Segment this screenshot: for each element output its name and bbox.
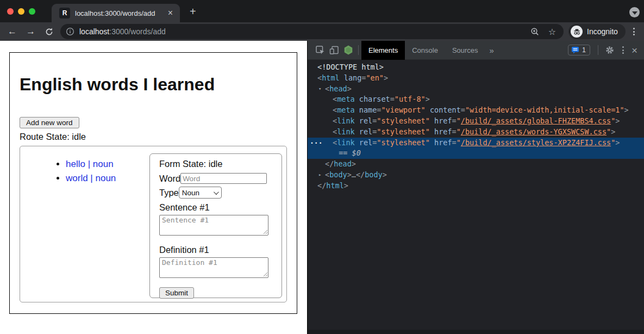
minimize-window-button[interactable] [18, 8, 24, 15]
issues-count: 1 [582, 46, 586, 54]
add-word-form: Form State: idle Word Type Noun [149, 153, 282, 298]
route-state-text: Route State: idle [20, 132, 86, 142]
new-tab-button[interactable]: + [190, 7, 196, 16]
devtools-panel: ElementsConsoleSources » 1 × <!DOCTYPE h… [307, 41, 644, 334]
back-button[interactable]: ← [8, 26, 17, 37]
dom-tree-node[interactable]: == $0 [308, 148, 644, 159]
page-info-icon[interactable] [66, 27, 74, 36]
devtools-menu-button[interactable] [622, 46, 624, 54]
node-more-actions-adorner[interactable]: ··· [310, 138, 322, 149]
expand-arrow-icon[interactable]: ▾ [318, 84, 321, 95]
message-bubble-icon [571, 46, 579, 54]
definition-textarea[interactable] [159, 257, 268, 278]
dom-tree-node[interactable]: <link rel="stylesheet" href="/build/_ass… [308, 127, 644, 138]
window-controls [7, 8, 35, 15]
tab-close-icon[interactable]: × [166, 9, 174, 17]
sentence-label: Sentence #1 [159, 202, 273, 213]
address-bar[interactable]: localhost:3000/words/add ☆ [60, 24, 564, 39]
page-outer-box: English words I learned Add new word Rou… [9, 52, 297, 314]
dom-tree-node[interactable]: <!DOCTYPE html> [308, 62, 644, 73]
type-select[interactable]: Noun [179, 187, 222, 199]
browser-window: R localhost:3000/words/add × + ← → local… [0, 0, 644, 334]
incognito-label: Incognito [587, 27, 618, 36]
issues-counter[interactable]: 1 [568, 45, 590, 55]
browser-update-icon[interactable] [629, 7, 640, 17]
tab-strip: R localhost:3000/words/add × + [0, 0, 644, 22]
type-selected-value: Noun [182, 189, 199, 197]
elements-dom-tree: <!DOCTYPE html><html lang="en">▾<head><m… [308, 60, 644, 334]
inspect-element-icon[interactable] [313, 43, 327, 57]
url-host: localhost [79, 27, 109, 36]
type-label: Type [159, 188, 179, 198]
devtools-tab-sources[interactable]: Sources [445, 41, 485, 60]
dom-tree-node[interactable]: <meta name="viewport" content="width=dev… [308, 105, 644, 116]
settings-gear-icon[interactable] [603, 43, 617, 57]
zoom-page-icon[interactable] [530, 27, 540, 36]
url-text: localhost:3000/words/add [79, 27, 166, 36]
browser-toolbar: ← → localhost:3000/words/add ☆ Incognito [0, 22, 644, 41]
node-devtools-icon[interactable] [341, 43, 355, 57]
word-input[interactable] [180, 173, 267, 184]
add-new-word-button[interactable]: Add new word [20, 117, 79, 128]
definition-label: Definition #1 [159, 245, 273, 255]
devtools-tabs: ElementsConsoleSources [361, 41, 485, 60]
devtools-close-icon[interactable]: × [630, 45, 639, 55]
submit-button[interactable]: Submit [159, 287, 194, 299]
sentence-textarea[interactable] [159, 215, 268, 236]
browser-tab[interactable]: R localhost:3000/words/add × [52, 4, 180, 22]
incognito-badge: Incognito [568, 24, 626, 39]
word-link[interactable]: world | noun [66, 173, 116, 183]
word-label: Word [159, 174, 180, 184]
web-page: English words I learned Add new word Rou… [0, 41, 307, 334]
dom-tree-node[interactable]: ···<link rel="stylesheet" href="/build/_… [308, 138, 644, 149]
words-container: hello | nounworld | noun Form State: idl… [20, 146, 287, 302]
dom-tree-node[interactable]: <meta charset="utf-8"> [308, 94, 644, 105]
word-link[interactable]: hello | noun [66, 159, 114, 169]
incognito-icon [571, 26, 583, 38]
remix-favicon-icon: R [59, 8, 70, 18]
form-state-text: Form State: idle [159, 159, 273, 169]
dom-tree-node[interactable]: <link rel="stylesheet" href="/build/_ass… [308, 116, 644, 127]
device-toolbar-icon[interactable] [327, 43, 341, 57]
down-arrow-icon [632, 11, 637, 15]
bookmark-star-icon[interactable]: ☆ [548, 27, 556, 37]
close-window-button[interactable] [7, 8, 14, 15]
reload-button[interactable] [45, 27, 54, 36]
devtools-tab-elements[interactable]: Elements [361, 41, 405, 60]
page-title: English words I learned [20, 75, 215, 95]
dom-tree-node[interactable]: ▾<head> [308, 84, 644, 95]
url-path: :3000/words/add [109, 27, 166, 36]
dom-tree-node[interactable]: ▸<body>…</body> [308, 170, 644, 181]
devtools-bottom-edge [308, 330, 644, 334]
more-tabs-button[interactable]: » [485, 46, 498, 55]
forward-button[interactable]: → [26, 26, 35, 37]
chevron-down-icon [214, 189, 219, 195]
devtools-tab-console[interactable]: Console [405, 41, 445, 60]
browser-menu-button[interactable] [633, 28, 635, 35]
dom-tree-node[interactable]: <html lang="en"> [308, 73, 644, 84]
dom-tree-node[interactable]: </html> [308, 181, 644, 191]
fullscreen-window-button[interactable] [29, 8, 35, 15]
dom-tree-node[interactable]: </head> [308, 159, 644, 170]
tab-title: localhost:3000/words/add [75, 9, 166, 17]
devtools-toolbar: ElementsConsoleSources » 1 × [308, 41, 644, 60]
collapse-arrow-icon[interactable]: ▸ [318, 170, 321, 181]
